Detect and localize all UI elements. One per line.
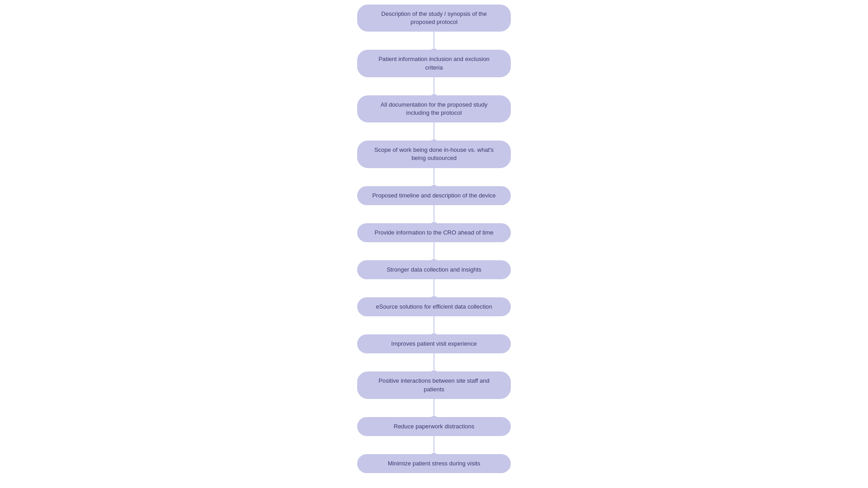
node-6: Provide information to the CRO ahead of …	[357, 223, 511, 242]
node-12: Minimize patient stress during visits	[357, 454, 511, 473]
flow-arrow-2	[434, 77, 434, 95]
node-7: Stronger data collection and insights	[357, 260, 511, 279]
node-1: Description of the study / synopsis of t…	[357, 5, 511, 32]
flow-arrow-1	[434, 32, 434, 50]
flow-arrow-4	[434, 168, 434, 186]
flowchart: Description of the study / synopsis of t…	[344, 5, 524, 473]
flow-arrow-9	[434, 353, 434, 371]
node-11: Reduce paperwork distractions	[357, 417, 511, 436]
node-4: Scope of work being done in-house vs. wh…	[357, 141, 511, 168]
node-2: Patient information inclusion and exclus…	[357, 50, 511, 77]
node-5: Proposed timeline and description of the…	[357, 186, 511, 205]
flow-arrow-8	[434, 316, 434, 334]
flow-arrow-5	[434, 205, 434, 223]
flow-arrow-6	[434, 242, 434, 260]
flow-arrow-3	[434, 122, 434, 141]
node-3: All documentation for the proposed study…	[357, 95, 511, 122]
flow-arrow-7	[434, 279, 434, 297]
flow-arrow-11	[434, 436, 434, 454]
node-9: Improves patient visit experience	[357, 334, 511, 353]
node-10: Positive interactions between site staff…	[357, 371, 511, 399]
node-8: eSource solutions for efficient data col…	[357, 297, 511, 316]
flow-arrow-10	[434, 399, 434, 417]
